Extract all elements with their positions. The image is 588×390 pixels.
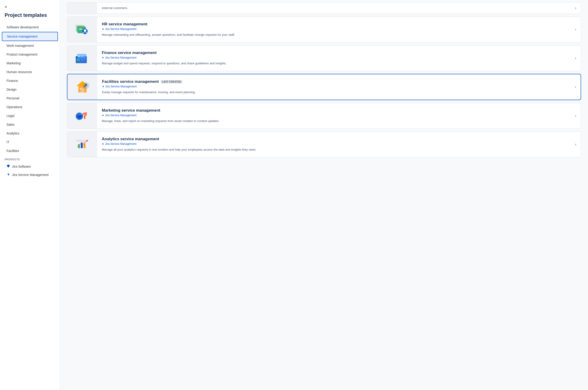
- template-body-marketing-service-management: Marketing service managementJira Service…: [97, 104, 571, 128]
- template-source-text-finance-service-management: Jira Service Management: [105, 56, 136, 59]
- template-desc-facilities-service-management: Easily manage requests for maintenance, …: [102, 90, 566, 95]
- sidebar-item-finance[interactable]: Finance: [2, 77, 58, 85]
- sidebar-item-work-management[interactable]: Work management: [2, 42, 58, 50]
- template-title-text-marketing-service-management: Marketing service management: [102, 108, 160, 113]
- last-created-badge: LAST CREATED: [161, 80, 182, 84]
- template-title-facilities-service-management: Facilities service managementLAST CREATE…: [102, 79, 566, 84]
- lightning-icon: [102, 85, 104, 88]
- partial-card-image: [67, 2, 97, 14]
- lightning-icon: [102, 56, 104, 59]
- lightning-icon: [102, 143, 104, 145]
- sidebar-item-sales[interactable]: Sales: [2, 120, 58, 129]
- template-body-finance-service-management: Finance service managementJira Service M…: [97, 46, 571, 70]
- svg-rect-10: [77, 59, 80, 61]
- template-arrow-marketing-service-management: ›: [571, 114, 581, 118]
- lightning-icon: [102, 114, 104, 117]
- svg-rect-16: [80, 57, 84, 57]
- sidebar-item-software-development[interactable]: Software development: [2, 23, 58, 31]
- sidebar-item-analytics[interactable]: Analytics: [2, 129, 58, 138]
- svg-marker-0: [7, 164, 10, 168]
- template-source-text-facilities-service-management: Jira Service Management: [105, 85, 137, 88]
- template-body-hr-service-management: HR service managementJira Service Manage…: [97, 18, 571, 41]
- template-title-finance-service-management: Finance service management: [102, 50, 566, 55]
- template-card-hr-service-management[interactable]: HR service managementJira Service Manage…: [67, 17, 581, 43]
- sidebar-item-design[interactable]: Design: [2, 85, 58, 94]
- template-source-hr-service-management: Jira Service Management: [102, 27, 566, 31]
- svg-rect-34: [84, 144, 85, 148]
- svg-marker-27: [83, 112, 87, 116]
- lightning-icon: [102, 28, 104, 30]
- products-section-label: PRODUCTS: [0, 155, 60, 162]
- sidebar: × Project templates Software development…: [0, 0, 60, 390]
- template-body-analytics-service-management: Analytics service managementJira Service…: [97, 133, 571, 156]
- template-image-marketing-service-management: [67, 103, 97, 128]
- template-card-analytics-service-management[interactable]: Analytics service managementJira Service…: [67, 132, 581, 157]
- template-source-facilities-service-management: Jira Service Management: [102, 85, 566, 88]
- diamond-icon: [6, 164, 10, 169]
- sidebar-item-product-management[interactable]: Product management: [2, 50, 58, 59]
- partial-card-body: external customers.: [97, 3, 571, 13]
- svg-point-28: [84, 114, 84, 115]
- template-card-marketing-service-management[interactable]: Marketing service managementJira Service…: [67, 103, 581, 129]
- template-image-facilities-service-management: [67, 74, 97, 100]
- partial-card-desc: external customers.: [102, 6, 566, 10]
- template-card-facilities-service-management[interactable]: Facilities service managementLAST CREATE…: [67, 74, 581, 100]
- template-title-text-finance-service-management: Finance service management: [102, 50, 157, 55]
- template-source-text-hr-service-management: Jira Service Management: [105, 27, 136, 31]
- partial-card[interactable]: external customers. ›: [67, 2, 581, 14]
- template-title-text-hr-service-management: HR service management: [102, 22, 147, 27]
- product-label-jira-service-management: Jira Service Management: [12, 173, 49, 177]
- template-desc-finance-service-management: Manage budget and spend requests, respon…: [102, 61, 566, 66]
- svg-rect-15: [80, 56, 85, 56]
- template-arrow-hr-service-management: ›: [571, 27, 581, 32]
- sidebar-nav: Software developmentService managementWo…: [0, 23, 60, 155]
- template-desc-marketing-service-management: Manage, track, and report on marketing r…: [102, 119, 566, 123]
- template-title-hr-service-management: HR service management: [102, 22, 566, 27]
- svg-rect-33: [81, 143, 83, 148]
- lightning-icon: [6, 173, 10, 177]
- sidebar-item-legal[interactable]: Legal: [2, 112, 58, 120]
- template-arrow-finance-service-management: ›: [571, 56, 581, 60]
- template-title-analytics-service-management: Analytics service management: [102, 137, 566, 141]
- svg-rect-12: [81, 60, 84, 61]
- template-title-text-facilities-service-management: Facilities service management: [102, 79, 159, 84]
- sidebar-product-jira-software[interactable]: Jira Software: [2, 162, 58, 170]
- svg-rect-11: [81, 59, 85, 60]
- sidebar-products: Jira SoftwareJira Service Management: [0, 162, 60, 179]
- sidebar-item-human-resources[interactable]: Human resources: [2, 68, 58, 76]
- template-desc-analytics-service-management: Manage all your analytics requests in on…: [102, 147, 566, 152]
- template-image-finance-service-management: +: [67, 46, 97, 71]
- sidebar-item-service-management[interactable]: Service management: [2, 32, 58, 41]
- svg-point-5: [84, 29, 86, 32]
- template-image-hr-service-management: [67, 17, 97, 42]
- template-arrow-facilities-service-management: ›: [570, 85, 581, 89]
- template-source-text-marketing-service-management: Jira Service Management: [105, 114, 136, 117]
- template-title-marketing-service-management: Marketing service management: [102, 108, 566, 113]
- sidebar-title: Project templates: [0, 12, 60, 23]
- svg-rect-23: [80, 88, 81, 89]
- templates-list: external customers. › HR service managem…: [60, 0, 588, 162]
- close-button[interactable]: ×: [0, 5, 60, 12]
- partial-card-arrow: ›: [571, 6, 581, 10]
- svg-text:+: +: [78, 54, 79, 56]
- sidebar-product-jira-service-management[interactable]: Jira Service Management: [2, 171, 58, 179]
- sidebar-item-it[interactable]: IT: [2, 138, 58, 146]
- template-body-facilities-service-management: Facilities service managementLAST CREATE…: [97, 75, 570, 99]
- template-source-analytics-service-management: Jira Service Management: [102, 142, 566, 146]
- sidebar-item-operations[interactable]: Operations: [2, 103, 58, 111]
- template-desc-hr-service-management: Manage onboarding and offboarding, answe…: [102, 33, 566, 37]
- template-image-analytics-service-management: [67, 132, 97, 157]
- sidebar-item-facilities[interactable]: Facilities: [2, 147, 58, 155]
- template-arrow-analytics-service-management: ›: [571, 142, 581, 146]
- template-source-marketing-service-management: Jira Service Management: [102, 114, 566, 117]
- template-card-finance-service-management[interactable]: + Finance service managementJira Service…: [67, 45, 581, 71]
- template-source-text-analytics-service-management: Jira Service Management: [105, 142, 136, 146]
- svg-rect-7: [79, 29, 83, 30]
- sidebar-item-personal[interactable]: Personal: [2, 94, 58, 102]
- sidebar-item-marketing[interactable]: Marketing: [2, 59, 58, 67]
- main-content: external customers. › HR service managem…: [60, 0, 588, 390]
- template-title-text-analytics-service-management: Analytics service management: [102, 137, 159, 141]
- template-source-finance-service-management: Jira Service Management: [102, 56, 566, 59]
- svg-point-22: [84, 86, 85, 87]
- svg-point-35: [87, 140, 88, 141]
